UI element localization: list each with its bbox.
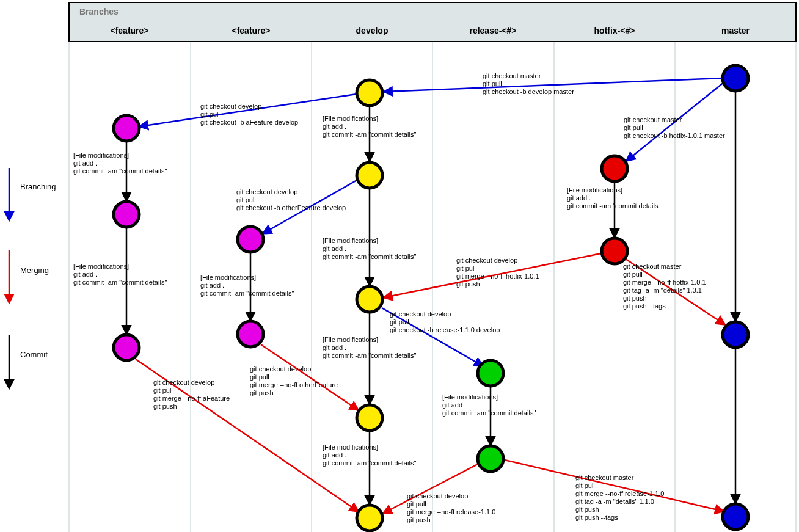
lbl-branch-develop: git checkout mastergit pullgit checkout … [483, 72, 574, 95]
lbl-merge-of: git checkout developgit pullgit merge --… [250, 365, 338, 396]
lbl-commit-rel: [File modifications]git add .git commit … [442, 393, 536, 417]
lbl-merge-af: git checkout developgit pullgit merge --… [153, 379, 230, 410]
node-afeature-2 [114, 335, 139, 360]
lbl-branch-afeature: git checkout developgit pullgit checkout… [200, 103, 298, 126]
node-master-hotfix-merge [723, 322, 748, 348]
gitflow-diagram: Branches <feature> <feature> develop rel… [0, 0, 799, 532]
legend: Branching Merging Commit [9, 168, 56, 388]
col-develop: develop [356, 26, 389, 35]
col-hotfix: hotfix-<#> [594, 26, 635, 35]
node-hotfix-0 [602, 156, 627, 181]
lbl-commit-af2: [File modifications]git add .git commit … [73, 263, 167, 286]
node-hotfix-1 [602, 238, 627, 264]
node-develop-4 [357, 505, 382, 531]
lbl-merge-hf-master: git checkout mastergit pullgit merge --n… [623, 263, 706, 310]
node-develop-0 [357, 80, 382, 106]
node-master-initial [723, 65, 748, 91]
legend-commit-label: Commit [20, 350, 48, 359]
node-otherfeature-0 [238, 227, 263, 252]
lbl-merge-rel-master: git checkout mastergit pullgit merge --n… [575, 474, 664, 521]
legend-merge-label: Merging [20, 266, 49, 275]
edge-release-to-develop [384, 464, 478, 513]
col-feature-a: <feature> [110, 26, 148, 35]
node-develop-1 [357, 162, 382, 188]
node-develop-2 [357, 286, 382, 312]
lbl-commit-hf: [File modifications]git add .git commit … [567, 186, 660, 210]
node-release-1 [478, 446, 503, 472]
node-release-0 [478, 360, 503, 386]
lbl-branch-otherfeature: git checkout developgit pullgit checkout… [236, 188, 346, 211]
col-feature-b: <feature> [232, 26, 270, 35]
header-title: Branches [79, 7, 119, 16]
col-master: master [721, 26, 750, 35]
legend-branch-label: Branching [20, 182, 56, 191]
node-master-release-merge [723, 504, 748, 530]
col-release: release-<#> [469, 26, 516, 35]
lbl-merge-rel-dev: git checkout developgit pullgit merge --… [407, 492, 495, 523]
lbl-branch-release: git checkout developgit pullgit checkout… [390, 310, 500, 333]
node-otherfeature-1 [238, 321, 263, 347]
header-box [69, 2, 796, 42]
lbl-commit-of: [File modifications]git add .git commit … [200, 274, 294, 297]
lbl-merge-hf-dev: git checkout developgit pullgit merge --… [456, 257, 539, 288]
node-develop-3 [357, 405, 382, 431]
node-afeature-0 [114, 115, 139, 141]
node-afeature-1 [114, 202, 139, 227]
lbl-commit-af1: [File modifications]git add .git commit … [73, 151, 167, 175]
